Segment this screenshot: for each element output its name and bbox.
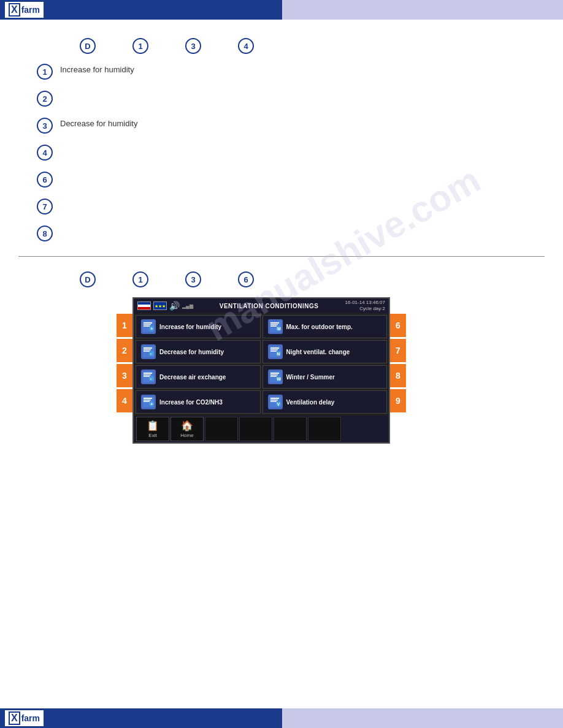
screen-flags: ★★★ 🔊 ▂▄▆ <box>137 301 193 311</box>
screen-titlebar: ★★★ 🔊 ▂▄▆ VENTILATION CONDITIONINGS 16-0… <box>134 298 389 313</box>
nav-circle-d[interactable]: D <box>80 38 96 54</box>
btn-label-increase-humidity: Increase for humidity <box>159 324 221 330</box>
svg-rect-43 <box>270 398 279 399</box>
svg-rect-33 <box>270 376 277 377</box>
screen-btn-increase-humidity[interactable]: + Increase for humidity <box>136 315 261 338</box>
badge-7: 7 <box>390 339 406 362</box>
svg-rect-13 <box>144 347 152 349</box>
svg-rect-7 <box>270 322 279 324</box>
svg-rect-32 <box>270 374 278 376</box>
device-screen: ★★★ 🔊 ▂▄▆ VENTILATION CONDITIONINGS 16-0… <box>132 297 390 444</box>
svg-text:N: N <box>277 352 280 356</box>
exit-icon: 📋 <box>147 420 159 431</box>
footer-logo: X farm <box>5 710 44 726</box>
screen-toolbar: 📋 Exit 🏠 Home <box>134 415 389 442</box>
svg-text:V: V <box>277 402 280 406</box>
section-3: 3 Decrease for humidity <box>37 118 545 134</box>
num-circle-4: 4 <box>37 145 53 161</box>
num-circle-2: 2 <box>37 91 53 107</box>
svg-rect-27 <box>144 376 150 377</box>
btn-icon-1: + <box>141 319 156 334</box>
btn-label-ventilation-delay: Ventilation delay <box>286 399 335 406</box>
svg-rect-20 <box>270 349 278 351</box>
badge-8: 8 <box>390 364 406 387</box>
screen-btn-decrease-humidity[interactable]: - Decrease for humidity <box>136 340 261 363</box>
svg-rect-45 <box>270 401 277 403</box>
toolbar-exit-btn[interactable]: 📋 Exit <box>136 417 169 441</box>
flag-uk-icon <box>137 301 151 310</box>
svg-rect-15 <box>144 351 150 352</box>
nav-circle-4[interactable]: 4 <box>238 38 254 54</box>
screen-btn-decrease-air[interactable]: - Decrease air exchange <box>136 365 261 389</box>
svg-text:+: + <box>150 326 153 332</box>
badge-6: 6 <box>390 314 406 337</box>
btn-icon-2: - <box>141 344 156 359</box>
bottom-nav-circle-6[interactable]: 6 <box>238 271 254 287</box>
btn-icon-4: + <box>141 395 156 409</box>
section-6: 6 <box>37 172 545 188</box>
home-icon: 🏠 <box>181 420 193 431</box>
svg-rect-21 <box>270 351 277 352</box>
btn-label-decrease-humidity: Decrease for humidity <box>159 349 224 355</box>
badge-9: 9 <box>390 389 406 412</box>
svg-rect-37 <box>144 398 152 399</box>
screen-datetime: 16-01-14 13:46:07 Cycle day:2 <box>345 300 385 313</box>
toolbar-empty-4 <box>308 417 341 441</box>
header-left: X farm <box>0 0 282 20</box>
screen-btn-max-outdoor[interactable]: M Max. for outdoor temp. <box>262 315 388 338</box>
btn-label-decrease-air: Decrease air exchange <box>159 374 226 381</box>
section-2: 2 <box>37 91 545 107</box>
btn-icon-6: M <box>268 319 283 334</box>
btn-label-winter-summer: Winter / Summer <box>286 374 335 381</box>
svg-text:-: - <box>150 376 152 382</box>
svg-text:M: M <box>277 327 281 331</box>
section-divider <box>18 256 545 257</box>
num-circle-6: 6 <box>37 172 53 188</box>
nav-circle-3[interactable]: 3 <box>185 38 201 54</box>
section-8: 8 <box>37 226 545 241</box>
toolbar-empty-2 <box>239 417 272 441</box>
num-circle-7: 7 <box>37 199 53 214</box>
btn-icon-8: W <box>268 370 283 384</box>
svg-text:-: - <box>150 351 152 357</box>
left-badges: 1 2 3 4 <box>117 297 132 412</box>
bottom-nav-circle-3[interactable]: 3 <box>185 271 201 287</box>
screen-btn-night-ventilat[interactable]: N Night ventilat. change <box>262 340 388 363</box>
header-right <box>282 0 563 20</box>
btn-label-max-outdoor: Max. for outdoor temp. <box>286 324 353 330</box>
nav-circle-1[interactable]: 1 <box>132 38 148 54</box>
screen-btn-ventilation-delay[interactable]: V Ventilation delay <box>262 390 388 414</box>
btn-icon-3: - <box>141 370 156 384</box>
svg-rect-25 <box>144 373 152 374</box>
svg-rect-2 <box>144 324 151 325</box>
footer-logo-farm: farm <box>21 713 40 723</box>
section-7: 7 <box>37 199 545 214</box>
screen-btn-winter-summer[interactable]: W Winter / Summer <box>262 365 388 389</box>
btn-icon-9: V <box>268 395 283 409</box>
footer-left: X farm <box>0 708 282 728</box>
logo: X farm <box>5 2 44 18</box>
bottom-nav-circle-1[interactable]: 1 <box>132 271 148 287</box>
signal-bars: ▂▄▆ <box>182 303 193 309</box>
toolbar-empty-1 <box>205 417 238 441</box>
bottom-nav-circle-d[interactable]: D <box>80 271 96 287</box>
svg-rect-9 <box>270 326 277 327</box>
toolbar-home-btn[interactable]: 🏠 Home <box>170 417 204 441</box>
badge-3: 3 <box>117 364 132 387</box>
toolbar-empty-3 <box>274 417 307 441</box>
btn-icon-7: N <box>268 344 283 359</box>
num-circle-8: 8 <box>37 226 53 241</box>
screen-grid: + Increase for humidity M Max. for outdo… <box>134 313 389 415</box>
num-circle-3: 3 <box>37 118 53 134</box>
svg-rect-1 <box>144 322 152 324</box>
top-nav: D 1 3 4 <box>80 38 545 54</box>
btn-label-increase-co2: Increase for CO2/NH3 <box>159 399 223 406</box>
section-1: 1 Increase for humidity <box>37 64 545 80</box>
header-bar: X farm <box>0 0 563 20</box>
screen-btn-increase-co2[interactable]: + Increase for CO2/NH3 <box>136 390 261 414</box>
footer-logo-x: X <box>9 711 20 725</box>
exit-label: Exit <box>148 433 156 438</box>
right-badges: 6 7 8 9 <box>390 297 406 412</box>
svg-rect-19 <box>270 347 279 349</box>
badge-2: 2 <box>117 339 132 362</box>
